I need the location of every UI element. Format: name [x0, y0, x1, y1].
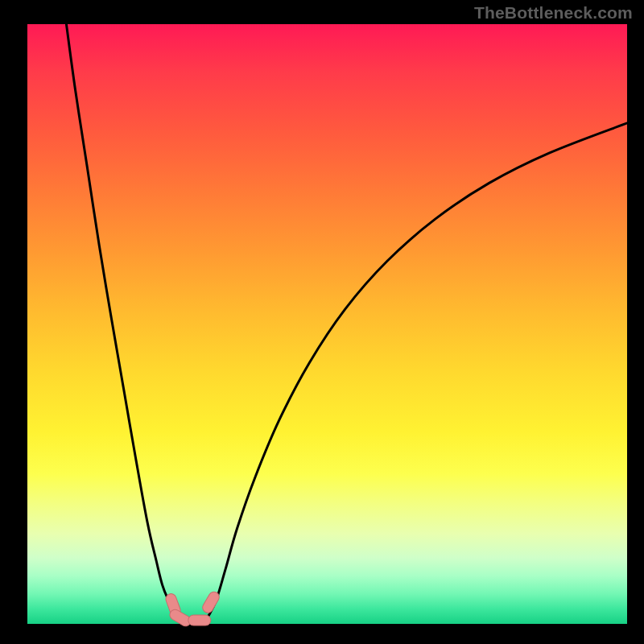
valley-marker — [200, 590, 221, 615]
curve-right-curve — [204, 123, 627, 621]
chart-stage: { "watermark": "TheBottleneck.com", "plo… — [0, 0, 644, 644]
valley-marker — [188, 615, 211, 625]
svg-rect-3 — [200, 590, 221, 615]
chart-curves — [0, 0, 644, 644]
curve-left-curve — [66, 24, 183, 621]
svg-rect-2 — [188, 615, 211, 625]
